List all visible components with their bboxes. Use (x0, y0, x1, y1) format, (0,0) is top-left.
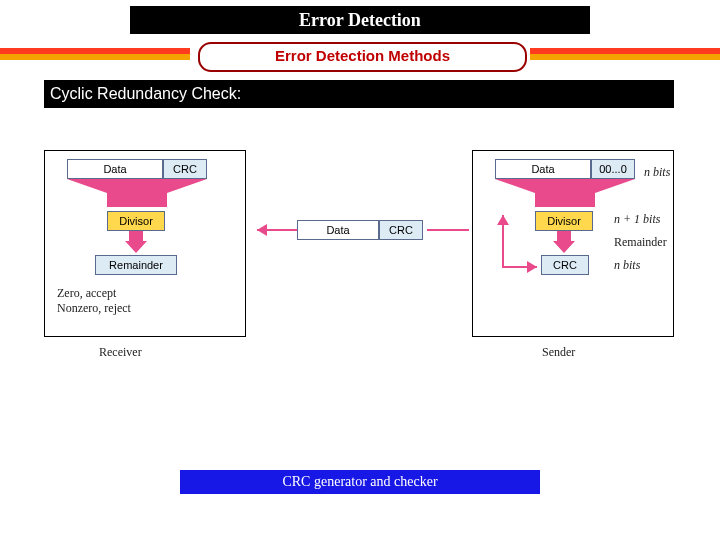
send-crcbits: n bits (614, 258, 640, 272)
transmission-arrow: Data CRC (249, 210, 469, 250)
receiver-panel: Data CRC Divisor Remainder Zero, accept … (44, 150, 246, 337)
funnel-icon (67, 179, 207, 207)
arrow-down-icon (553, 231, 575, 253)
mid-crc: CRC (379, 220, 423, 240)
send-data: Data (495, 159, 591, 179)
receiver-label: Receiver (99, 345, 142, 359)
recv-reject: Nonzero, reject (57, 301, 131, 315)
recv-crc: CRC (163, 159, 207, 179)
figure: Data CRC Divisor Remainder Zero, accept … (44, 150, 674, 420)
section-heading: Cyclic Redundancy Check: (44, 80, 674, 108)
feedback-arrow-icon (497, 207, 537, 285)
send-zeros: 00...0 (591, 159, 635, 179)
recv-data: Data (67, 159, 163, 179)
send-remainder: Remainder (614, 235, 667, 249)
recv-remainder: Remainder (95, 255, 177, 275)
figure-caption: CRC generator and checker (180, 470, 540, 494)
slide-subtitle: Error Detection Methods (198, 42, 527, 72)
slide-title: Error Detection (130, 6, 590, 34)
recv-accept: Zero, accept (57, 286, 116, 300)
sender-label: Sender (542, 345, 575, 359)
arrow-down-icon (125, 231, 147, 253)
funnel-icon (495, 179, 635, 207)
send-nbits: n bits (644, 165, 670, 179)
send-crc: CRC (541, 255, 589, 275)
send-divisor: Divisor (535, 211, 593, 231)
recv-divisor: Divisor (107, 211, 165, 231)
mid-data: Data (297, 220, 379, 240)
send-divbits: n + 1 bits (614, 212, 660, 226)
stripe-left (0, 48, 190, 60)
stripe-right (530, 48, 720, 60)
